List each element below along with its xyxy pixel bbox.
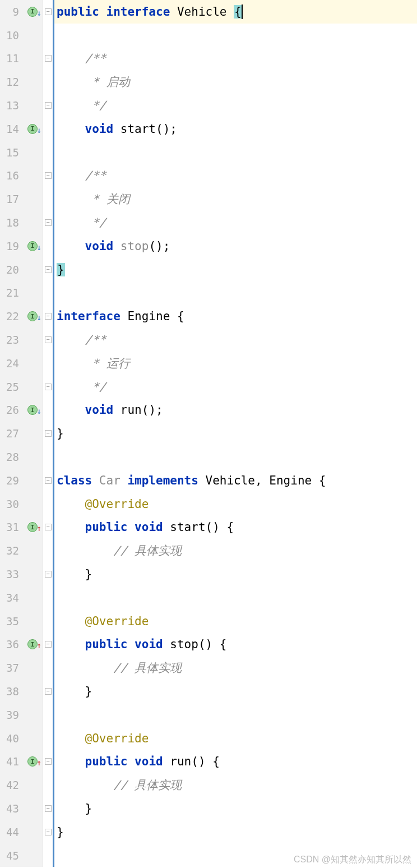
- fold-close-icon[interactable]: −: [45, 430, 52, 437]
- fold-gutter[interactable]: −: [43, 0, 53, 24]
- inheritance-badge-icon[interactable]: I↑: [27, 639, 38, 649]
- code-line[interactable]: 29−class Car implements Vehicle, Engine …: [0, 469, 417, 492]
- code-text[interactable]: @Override: [53, 492, 417, 516]
- inheritance-badge-icon[interactable]: I↑: [27, 756, 38, 767]
- fold-open-icon[interactable]: −: [45, 758, 52, 765]
- code-text[interactable]: }: [53, 680, 417, 703]
- code-line[interactable]: 28: [0, 445, 417, 469]
- code-text[interactable]: interface Engine {: [53, 304, 417, 328]
- code-line[interactable]: 43− }: [0, 797, 417, 820]
- fold-close-icon[interactable]: −: [45, 266, 52, 273]
- code-line[interactable]: 44−}: [0, 820, 417, 844]
- fold-gutter[interactable]: −: [43, 820, 53, 844]
- code-line[interactable]: 30 @Override: [0, 492, 417, 516]
- code-text[interactable]: * 启动: [53, 70, 417, 94]
- code-line[interactable]: 23− /**: [0, 328, 417, 352]
- gutter-marker[interactable]: I↑: [22, 750, 43, 774]
- code-text[interactable]: public void start() {: [53, 516, 417, 539]
- inheritance-badge-icon[interactable]: I↓: [27, 241, 38, 251]
- fold-gutter[interactable]: −: [43, 375, 53, 399]
- code-text[interactable]: public void run() {: [53, 750, 417, 774]
- code-text[interactable]: * 关闭: [53, 187, 417, 211]
- code-line[interactable]: 20−}: [0, 258, 417, 281]
- fold-open-icon[interactable]: −: [45, 55, 52, 62]
- code-line[interactable]: 36I↑− public void stop() {: [0, 633, 417, 657]
- fold-gutter[interactable]: −: [43, 94, 53, 117]
- code-line[interactable]: 31I↑− public void start() {: [0, 516, 417, 539]
- code-editor[interactable]: 9I↓−public interface Vehicle {1011− /**1…: [0, 0, 417, 867]
- code-line[interactable]: 22I↓−interface Engine {: [0, 304, 417, 328]
- code-text[interactable]: * 运行: [53, 352, 417, 375]
- fold-gutter[interactable]: −: [43, 164, 53, 188]
- inheritance-badge-icon[interactable]: I↓: [27, 405, 38, 415]
- gutter-marker[interactable]: I↓: [22, 0, 43, 24]
- code-text[interactable]: }: [53, 820, 417, 844]
- code-line[interactable]: 39: [0, 703, 417, 727]
- code-text[interactable]: @Override: [53, 727, 417, 750]
- code-line[interactable]: 42 // 具体实现: [0, 773, 417, 797]
- fold-gutter[interactable]: −: [43, 469, 53, 492]
- gutter-marker[interactable]: I↓: [22, 117, 43, 141]
- inheritance-badge-icon[interactable]: I↑: [27, 522, 38, 532]
- code-text[interactable]: /**: [53, 164, 417, 188]
- fold-open-icon[interactable]: −: [45, 336, 52, 343]
- code-line[interactable]: 32 // 具体实现: [0, 539, 417, 562]
- code-line[interactable]: 17 * 关闭: [0, 187, 417, 211]
- fold-gutter[interactable]: −: [43, 750, 53, 774]
- fold-open-icon[interactable]: −: [45, 477, 52, 484]
- code-text[interactable]: }: [53, 797, 417, 820]
- code-text[interactable]: void stop();: [53, 234, 417, 258]
- code-text[interactable]: [53, 281, 417, 305]
- code-line[interactable]: 27−}: [0, 422, 417, 445]
- fold-open-icon[interactable]: −: [45, 524, 52, 530]
- code-text[interactable]: [53, 586, 417, 610]
- fold-gutter[interactable]: −: [43, 562, 53, 586]
- code-text[interactable]: // 具体实现: [53, 773, 417, 797]
- code-line[interactable]: 41I↑− public void run() {: [0, 750, 417, 774]
- fold-open-icon[interactable]: −: [45, 641, 52, 648]
- fold-close-icon[interactable]: −: [45, 102, 52, 109]
- code-text[interactable]: */: [53, 94, 417, 117]
- code-line[interactable]: 24 * 运行: [0, 352, 417, 375]
- fold-close-icon[interactable]: −: [45, 571, 52, 578]
- fold-gutter[interactable]: −: [43, 304, 53, 328]
- inheritance-badge-icon[interactable]: I↓: [27, 124, 38, 134]
- code-line[interactable]: 35 @Override: [0, 610, 417, 633]
- code-text[interactable]: */: [53, 211, 417, 234]
- inheritance-badge-icon[interactable]: I↓: [27, 7, 38, 17]
- code-text[interactable]: }: [53, 258, 417, 281]
- code-line[interactable]: 34: [0, 586, 417, 610]
- code-text[interactable]: /**: [53, 47, 417, 71]
- code-line[interactable]: 25− */: [0, 375, 417, 399]
- fold-open-icon[interactable]: −: [45, 172, 52, 179]
- code-text[interactable]: public void stop() {: [53, 633, 417, 657]
- gutter-marker[interactable]: I↓: [22, 234, 43, 258]
- fold-gutter[interactable]: −: [43, 680, 53, 703]
- fold-gutter[interactable]: −: [43, 797, 53, 820]
- code-text[interactable]: }: [53, 422, 417, 445]
- inheritance-badge-icon[interactable]: I↓: [27, 311, 38, 321]
- code-line[interactable]: 38− }: [0, 680, 417, 703]
- code-line[interactable]: 10: [0, 24, 417, 47]
- code-line[interactable]: 18− */: [0, 211, 417, 234]
- fold-gutter[interactable]: −: [43, 211, 53, 234]
- code-line[interactable]: 16− /**: [0, 164, 417, 188]
- fold-gutter[interactable]: −: [43, 328, 53, 352]
- code-text[interactable]: // 具体实现: [53, 539, 417, 562]
- code-line[interactable]: 21: [0, 281, 417, 305]
- code-text[interactable]: public interface Vehicle {: [53, 0, 417, 24]
- code-line[interactable]: 14I↓ void start();: [0, 117, 417, 141]
- gutter-marker[interactable]: I↓: [22, 304, 43, 328]
- fold-open-icon[interactable]: −: [45, 313, 52, 320]
- gutter-marker[interactable]: I↑: [22, 633, 43, 657]
- code-text[interactable]: [53, 703, 417, 727]
- fold-close-icon[interactable]: −: [45, 688, 52, 695]
- fold-open-icon[interactable]: −: [45, 8, 52, 15]
- code-text[interactable]: class Car implements Vehicle, Engine {: [53, 469, 417, 492]
- code-text[interactable]: [53, 24, 417, 47]
- code-line[interactable]: 40 @Override: [0, 727, 417, 750]
- gutter-marker[interactable]: I↓: [22, 399, 43, 422]
- code-line[interactable]: 13− */: [0, 94, 417, 117]
- fold-gutter[interactable]: −: [43, 516, 53, 539]
- code-line[interactable]: 37 // 具体实现: [0, 656, 417, 680]
